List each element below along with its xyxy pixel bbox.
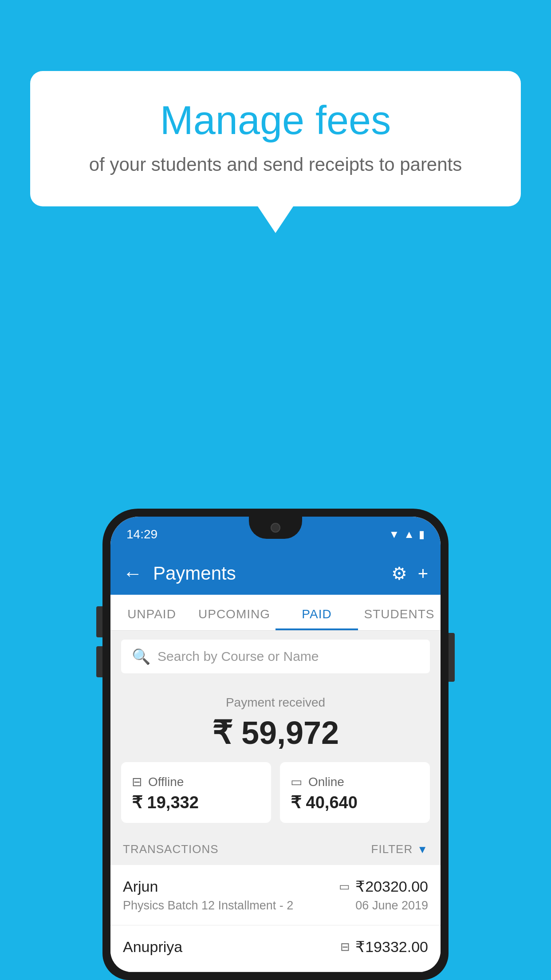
online-amount: ₹ 40,640 (291, 793, 358, 812)
status-icons: ▼ ▲ ▮ (389, 528, 425, 541)
phone-screen: 14:29 ▼ ▲ ▮ ← Payments ⚙ + (110, 517, 441, 972)
transaction-amount-wrapper-2: ⊟ ₹19332.00 (340, 938, 428, 956)
transaction-course: Physics Batch 12 Installment - 2 (123, 899, 293, 913)
offline-card-top: ⊟ Offline (132, 775, 184, 789)
search-placeholder: Search by Course or Name (157, 649, 319, 664)
transaction-amount-wrapper: ▭ ₹20320.00 (339, 877, 428, 895)
power-button[interactable] (449, 633, 455, 682)
online-label: Online (308, 775, 344, 789)
app-header: ← Payments ⚙ + (110, 552, 441, 595)
speech-bubble-title: Manage fees (66, 98, 485, 143)
online-card-top: ▭ Online (291, 775, 344, 789)
phone-side-left (96, 606, 102, 677)
transactions-label: TRANSACTIONS (123, 842, 219, 856)
add-icon[interactable]: + (418, 564, 428, 584)
offline-amount: ₹ 19,332 (132, 793, 199, 812)
settings-icon[interactable]: ⚙ (391, 563, 407, 584)
volume-down-button[interactable] (96, 646, 102, 677)
transaction-row-anupriya[interactable]: Anupriya ⊟ ₹19332.00 (110, 925, 441, 972)
phone-frame-wrapper: 14:29 ▼ ▲ ▮ ← Payments ⚙ + (102, 509, 449, 980)
filter-icon: ▼ (417, 843, 428, 856)
transaction-name: Arjun (123, 878, 158, 895)
volume-up-button[interactable] (96, 606, 102, 637)
payment-cards: ⊟ Offline ₹ 19,332 ▭ Online ₹ 40,640 (121, 762, 430, 823)
offline-card: ⊟ Offline ₹ 19,332 (121, 762, 271, 823)
header-title: Payments (153, 563, 391, 584)
transactions-header: TRANSACTIONS FILTER ▼ (110, 834, 441, 865)
online-icon: ▭ (291, 775, 302, 789)
transaction-row-bottom: Physics Batch 12 Installment - 2 06 June… (123, 899, 428, 913)
signal-icon: ▲ (404, 528, 414, 541)
transaction-name-2: Anupriya (123, 938, 182, 956)
phone-side-right (449, 633, 455, 682)
transaction-row-top: Arjun ▭ ₹20320.00 (123, 877, 428, 895)
search-icon: 🔍 (132, 648, 150, 665)
notch (249, 517, 302, 539)
wifi-icon: ▼ (389, 528, 399, 541)
speech-bubble-wrapper: Manage fees of your students and send re… (30, 71, 521, 233)
transaction-amount-2: ₹19332.00 (355, 938, 428, 956)
payment-total-amount: ₹ 59,972 (121, 714, 430, 751)
tab-paid[interactable]: PAID (276, 595, 358, 630)
phone-frame: 14:29 ▼ ▲ ▮ ← Payments ⚙ + (102, 509, 449, 980)
search-bar[interactable]: 🔍 Search by Course or Name (121, 640, 430, 673)
tabs-bar: UNPAID UPCOMING PAID STUDENTS (110, 595, 441, 631)
transaction-row-top-2: Anupriya ⊟ ₹19332.00 (123, 938, 428, 956)
filter-button[interactable]: FILTER ▼ (371, 842, 428, 856)
filter-label: FILTER (371, 842, 413, 856)
speech-bubble: Manage fees of your students and send re… (30, 71, 521, 206)
speech-bubble-subtitle: of your students and send receipts to pa… (66, 154, 485, 175)
tab-students[interactable]: STUDENTS (358, 595, 441, 630)
status-bar: 14:29 ▼ ▲ ▮ (110, 517, 441, 552)
search-bar-wrapper: 🔍 Search by Course or Name (110, 631, 441, 682)
transaction-date: 06 June 2019 (355, 899, 428, 913)
tab-unpaid[interactable]: UNPAID (110, 595, 193, 630)
offline-icon: ⊟ (132, 775, 142, 789)
payment-summary: Payment received ₹ 59,972 ⊟ Offline ₹ 19… (110, 682, 441, 834)
payment-received-label: Payment received (121, 695, 430, 710)
tab-upcoming[interactable]: UPCOMING (193, 595, 276, 630)
offline-label: Offline (148, 775, 184, 789)
header-actions: ⚙ + (391, 563, 428, 584)
camera (271, 523, 280, 533)
status-time: 14:29 (126, 527, 157, 541)
transaction-amount: ₹20320.00 (355, 877, 428, 895)
transaction-row-arjun[interactable]: Arjun ▭ ₹20320.00 Physics Batch 12 Insta… (110, 865, 441, 925)
online-payment-icon: ▭ (339, 880, 350, 893)
offline-payment-icon: ⊟ (340, 940, 350, 954)
speech-bubble-tail (258, 206, 293, 233)
battery-icon: ▮ (419, 528, 425, 541)
online-card: ▭ Online ₹ 40,640 (280, 762, 430, 823)
back-button[interactable]: ← (123, 562, 142, 585)
